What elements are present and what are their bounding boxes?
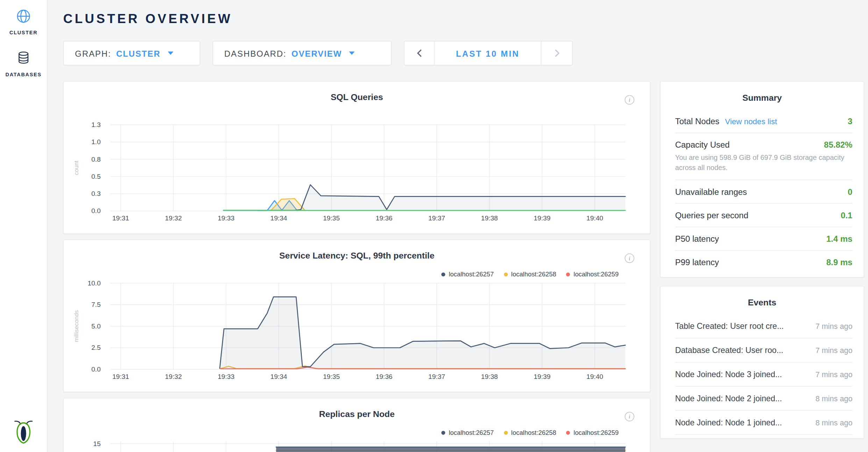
event-time: 8 mins ago	[816, 419, 853, 427]
svg-text:19:38: 19:38	[481, 373, 498, 380]
chevron-down-icon	[349, 51, 355, 55]
info-icon[interactable]: i	[625, 254, 634, 263]
svg-text:milliseconds: milliseconds	[73, 310, 80, 342]
graph-dropdown[interactable]: GRAPH: CLUSTER	[63, 41, 200, 65]
svg-text:1.3: 1.3	[91, 121, 101, 128]
svg-text:19:34: 19:34	[270, 214, 287, 222]
legend-dot-icon	[566, 272, 570, 276]
sidebar-item-cluster[interactable]: CLUSTER	[9, 9, 37, 35]
time-window-range[interactable]: LAST 10 MIN	[435, 41, 541, 65]
summary-value: 0.1	[841, 211, 852, 220]
legend-label: localhost:26259	[574, 429, 619, 436]
legend-item-localhost-26259: localhost:26259	[566, 429, 619, 436]
svg-text:19:32: 19:32	[165, 214, 182, 222]
time-window-prev-button[interactable]	[404, 41, 434, 65]
info-icon[interactable]: i	[625, 412, 634, 421]
graph-dropdown-label: GRAPH:	[75, 48, 111, 58]
svg-text:19:34: 19:34	[270, 373, 287, 380]
globe-icon	[16, 9, 31, 26]
svg-text:19:33: 19:33	[218, 214, 234, 222]
svg-text:0.8: 0.8	[91, 156, 101, 163]
svg-text:10.0: 10.0	[88, 280, 101, 287]
info-icon[interactable]: i	[625, 95, 634, 105]
svg-text:19:35: 19:35	[323, 373, 340, 380]
event-time: 7 mins ago	[816, 346, 853, 355]
svg-text:19:33: 19:33	[218, 373, 234, 380]
event-time: 7 mins ago	[816, 323, 853, 331]
svg-text:0.0: 0.0	[91, 366, 101, 373]
legend-dot-icon	[441, 431, 445, 435]
sidebar-item-label: DATABASES	[6, 72, 42, 77]
event-row-1: Database Created: User roo...7 mins ago	[675, 339, 852, 363]
page-title: CLUSTER OVERVIEW	[63, 11, 868, 26]
summary-label: Queries per second	[675, 211, 748, 220]
summary-value: 1.4 ms	[826, 234, 853, 243]
sidebar-item-databases[interactable]: DATABASES	[6, 51, 42, 77]
chevron-down-icon	[168, 51, 173, 55]
main-content: CLUSTER OVERVIEW GRAPH: CLUSTER DASHBOAR…	[48, 0, 868, 452]
toolbar: GRAPH: CLUSTER DASHBOARD: OVERVIEW LAST …	[63, 41, 868, 65]
event-row-3: Node Joined: Node 2 joined...8 mins ago	[675, 387, 852, 411]
svg-text:19:38: 19:38	[481, 214, 498, 222]
svg-text:19:39: 19:39	[534, 214, 550, 222]
event-row-0: Table Created: User root cre...7 mins ag…	[675, 315, 852, 339]
legend-item-localhost-26257: localhost:26257	[441, 429, 494, 436]
summary-row-p99-latency: P99 latency8.9 ms	[675, 251, 852, 274]
summary-value: 85.82%	[824, 140, 852, 149]
time-window-control: LAST 10 MIN	[404, 41, 573, 65]
summary-label: Unavailable ranges	[675, 187, 747, 197]
events-card: Events Table Created: User root cre...7 …	[660, 286, 864, 439]
dashboard-content: SQL Queries i 19:3119:3219:3319:3419:351…	[63, 81, 868, 452]
svg-text:0.5: 0.5	[91, 173, 101, 180]
event-rows: Table Created: User root cre...7 mins ag…	[661, 315, 864, 438]
svg-text:19:37: 19:37	[428, 214, 445, 222]
sidebar-item-label: CLUSTER	[9, 30, 37, 35]
svg-text:19:40: 19:40	[586, 214, 603, 222]
event-text: Node Joined: Node 2 joined...	[675, 394, 782, 403]
legend-dot-icon	[504, 431, 508, 435]
legend-dot-icon	[441, 272, 445, 276]
dashboard-dropdown-value: OVERVIEW	[292, 48, 342, 58]
svg-text:19:35: 19:35	[323, 214, 340, 222]
summary-row-total-nodes: Total NodesView nodes list3	[675, 110, 852, 133]
events-title: Events	[661, 287, 864, 315]
event-row-4: Node Joined: Node 1 joined...8 mins ago	[675, 411, 852, 435]
event-text: Node Joined: Node 3 joined...	[675, 370, 782, 379]
event-text: Node Joined: Node 1 joined...	[675, 418, 782, 427]
summary-value: 0	[848, 187, 852, 197]
cockroachdb-logo-icon	[13, 418, 34, 446]
chart-legend: localhost:26257localhost:26258localhost:…	[441, 429, 618, 436]
summary-card: Summary Total NodesView nodes list3Capac…	[660, 81, 864, 278]
chart-plot-replicas-per-node: 19:3119:3219:3319:3419:3519:3619:3719:38…	[64, 438, 650, 452]
summary-note: You are using 598.9 GiB of 697.9 GiB sto…	[675, 153, 852, 173]
time-window-next-button[interactable]	[541, 41, 572, 65]
svg-text:0.3: 0.3	[91, 190, 101, 197]
summary-value: 3	[848, 116, 852, 126]
svg-text:19:39: 19:39	[534, 373, 550, 380]
chart-plot-service-latency: 19:3119:3219:3319:3419:3519:3619:3719:38…	[64, 279, 650, 391]
chart-legend: localhost:26257localhost:26258localhost:…	[441, 271, 618, 277]
chart-card-service-latency: Service Latency: SQL, 99th percentile i …	[63, 240, 650, 393]
legend-item-localhost-26259: localhost:26259	[566, 271, 619, 277]
svg-text:19:32: 19:32	[165, 373, 182, 380]
legend-item-localhost-26258: localhost:26258	[504, 429, 556, 436]
chevron-right-icon	[554, 49, 560, 58]
event-time: 7 mins ago	[816, 370, 853, 379]
app-root: CLUSTER DATABASES CLUSTER OVERVI	[0, 0, 868, 452]
svg-text:1.0: 1.0	[91, 138, 101, 146]
svg-text:7.5: 7.5	[91, 301, 101, 308]
legend-label: localhost:26257	[449, 429, 494, 436]
databases-icon	[17, 51, 30, 68]
svg-text:5.0: 5.0	[91, 323, 101, 330]
event-time: 8 mins ago	[816, 395, 853, 403]
legend-label: localhost:26257	[449, 271, 494, 277]
summary-label: Total Nodes	[675, 116, 719, 126]
summary-title: Summary	[661, 82, 864, 110]
svg-text:19:36: 19:36	[376, 373, 392, 380]
svg-text:19:36: 19:36	[376, 214, 392, 222]
view-nodes-list-link[interactable]: View nodes list	[725, 117, 777, 126]
legend-item-localhost-26257: localhost:26257	[441, 271, 494, 277]
dashboard-dropdown[interactable]: DASHBOARD: OVERVIEW	[213, 41, 392, 65]
svg-text:0.0: 0.0	[91, 207, 101, 214]
summary-row-queries-per-second: Queries per second0.1	[675, 204, 852, 227]
